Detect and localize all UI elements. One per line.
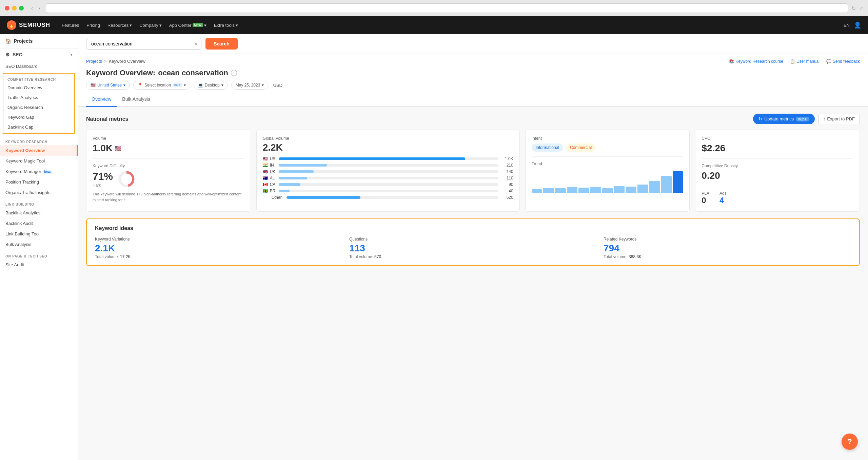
tab-bulk-analysis[interactable]: Bulk Analysis <box>117 92 155 107</box>
keyword-research-label: KEYWORD RESEARCH <box>0 135 78 145</box>
ki-questions-subval: 570 <box>374 254 381 259</box>
date-filter[interactable]: May 25, 2023 ▾ <box>231 81 269 90</box>
search-area: ✕ Search <box>78 34 868 54</box>
breadcrumb-action-feedback[interactable]: 💬 Send feedback <box>826 59 860 64</box>
trend-label: Trend <box>532 161 684 166</box>
metrics-grid: Volume 1.0K 🇺🇸 Keyword Difficulty 71% Ha… <box>86 130 860 212</box>
appcenter-badge: NEW <box>193 23 203 27</box>
device-chevron: ▾ <box>221 83 223 88</box>
browser-refresh[interactable]: ↻ <box>851 5 856 12</box>
sidebar-seo[interactable]: ⚙ SEO ▾ <box>0 49 78 61</box>
sidebar-keyword-manager[interactable]: Keyword Manager beta <box>0 166 78 177</box>
nav-pricing[interactable]: Pricing <box>83 21 103 30</box>
page-title: Keyword Overview: ocean conservation i <box>86 69 860 77</box>
sidebar-projects[interactable]: 🏠 Projects <box>0 34 78 49</box>
search-clear-icon[interactable]: ✕ <box>194 41 198 46</box>
sidebar-traffic-analytics[interactable]: Traffic Analytics <box>3 93 74 102</box>
sidebar-site-audit[interactable]: Site Audit <box>0 260 78 270</box>
ki-questions[interactable]: Questions 113 Total volume: 570 <box>349 237 597 259</box>
address-bar[interactable] <box>46 3 848 13</box>
ads-label: Ads <box>719 191 727 196</box>
sidebar-backlink-gap[interactable]: Backlink Gap <box>3 122 74 132</box>
ki-related-value: 794 <box>604 243 619 254</box>
sidebar-bulk-analysis[interactable]: Bulk Analysis <box>0 239 78 250</box>
country-label: United States <box>97 83 122 88</box>
gv-row-br: 🇧🇷 BR 40 <box>263 189 513 193</box>
projects-label: Projects <box>14 38 33 44</box>
competitive-research-label: COMPETITIVE RESEARCH <box>3 75 74 83</box>
gv-row-ca: 🇨🇦 CA 90 <box>263 182 513 187</box>
sidebar: 🏠 Projects ⚙ SEO ▾ SEO Dashboard COMPETI… <box>0 34 78 460</box>
cpc-card: CPC $2.26 Competitive Density 0.20 PLA 0 <box>695 130 860 212</box>
keyword-ideas-grid: Keyword Variations 2.1K Total volume: 17… <box>95 237 851 259</box>
nav-company[interactable]: Company ▾ <box>136 21 165 30</box>
gv-row-other: Other 620 <box>263 195 513 200</box>
update-metrics-button[interactable]: ↻ Update metrics 0/250 <box>753 114 815 124</box>
update-btn-label: Update metrics <box>764 116 794 121</box>
country-filter[interactable]: 🇺🇸 United States ▾ <box>86 81 130 90</box>
breadcrumb-sep: > <box>104 59 107 64</box>
gv-row-uk: 🇬🇧 UK 140 <box>263 169 513 174</box>
breadcrumb-action-course[interactable]: 📚 Keyword Research course <box>729 59 783 64</box>
location-filter[interactable]: 📍 Select location beta ▾ <box>133 81 190 90</box>
lang-selector[interactable]: EN <box>844 23 850 28</box>
volume-flag: 🇺🇸 <box>115 145 121 152</box>
device-filter[interactable]: 💻 Desktop ▾ <box>194 81 228 90</box>
main-layout: 🏠 Projects ⚙ SEO ▾ SEO Dashboard COMPETI… <box>0 34 868 460</box>
device-label: Desktop <box>205 83 220 88</box>
nav-appcenter[interactable]: App Center NEW ▾ <box>166 21 210 30</box>
cpc-label: CPC <box>702 136 853 141</box>
date-chevron: ▾ <box>262 83 264 88</box>
nav-extratools[interactable]: Extra tools ▾ <box>211 21 241 30</box>
sidebar-keyword-gap[interactable]: Keyword Gap <box>3 112 74 122</box>
badge-commercial: Commercial <box>566 143 596 152</box>
date-label: May 25, 2023 <box>236 83 260 88</box>
sidebar-position-tracking[interactable]: Position Tracking <box>0 177 78 187</box>
export-pdf-button[interactable]: ↑ Export to PDF <box>818 114 860 124</box>
browser-expand[interactable]: ⤢ <box>859 5 863 11</box>
sidebar-backlink-audit[interactable]: Backlink Audit <box>0 218 78 229</box>
sidebar-organic-research[interactable]: Organic Research <box>3 102 74 112</box>
breadcrumb-projects[interactable]: Projects <box>86 59 102 64</box>
logo[interactable]: 🔥 SEMRUSH <box>7 20 50 30</box>
nav-resources[interactable]: Resources ▾ <box>104 21 135 30</box>
search-button[interactable]: Search <box>205 38 238 50</box>
search-input[interactable] <box>86 38 201 50</box>
forward-button[interactable]: › <box>36 4 42 12</box>
breadcrumb-action-manual[interactable]: 📋 User manual <box>790 59 820 64</box>
tl-yellow[interactable] <box>12 6 17 11</box>
ki-variations-label: Keyword Variations <box>95 237 342 242</box>
kd-description: This keyword will demand 175 high-author… <box>93 191 244 203</box>
nav-features[interactable]: Features <box>58 21 82 30</box>
keyword-ideas-title: Keyword ideas <box>95 225 851 231</box>
top-nav: 🔥 SEMRUSH Features Pricing Resources ▾ C… <box>0 16 868 34</box>
back-button[interactable]: ‹ <box>29 4 35 12</box>
sidebar-keyword-overview[interactable]: Keyword Overview <box>0 145 78 156</box>
sidebar-domain-overview[interactable]: Domain Overview <box>3 83 74 93</box>
seo-icon: ⚙ <box>5 52 10 57</box>
sidebar-link-building-tool[interactable]: Link Building Tool <box>0 229 78 239</box>
tl-green[interactable] <box>19 6 24 11</box>
metrics-title: National metrics <box>86 116 128 122</box>
country-chevron: ▾ <box>123 83 125 88</box>
ki-variations[interactable]: Keyword Variations 2.1K Total volume: 17… <box>95 237 342 259</box>
volume-label: Volume <box>93 136 244 141</box>
sidebar-keyword-magic[interactable]: Keyword Magic Tool <box>0 156 78 166</box>
density-value: 0.20 <box>702 170 853 181</box>
sidebar-backlink-analytics[interactable]: Backlink Analytics <box>0 208 78 218</box>
ki-related[interactable]: Related Keywords 794 Total volume: 388.3… <box>604 237 851 259</box>
page-title-keyword: ocean conservation <box>158 69 228 77</box>
seo-label: SEO <box>13 52 23 57</box>
tl-red[interactable] <box>5 6 9 11</box>
ki-variations-value: 2.1K <box>95 243 115 254</box>
help-button[interactable]: ? <box>842 434 858 450</box>
location-chevron: ▾ <box>184 83 186 88</box>
gv-value: 2.2K <box>263 142 513 153</box>
sidebar-seo-dashboard[interactable]: SEO Dashboard <box>0 61 78 72</box>
volume-value: 1.0K <box>93 143 113 154</box>
user-icon[interactable]: 👤 <box>854 21 861 29</box>
info-icon[interactable]: i <box>231 70 237 76</box>
sidebar-organic-traffic[interactable]: Organic Traffic Insights <box>0 187 78 198</box>
tab-overview[interactable]: Overview <box>86 92 117 107</box>
volume-value-row: 1.0K 🇺🇸 <box>93 143 244 154</box>
